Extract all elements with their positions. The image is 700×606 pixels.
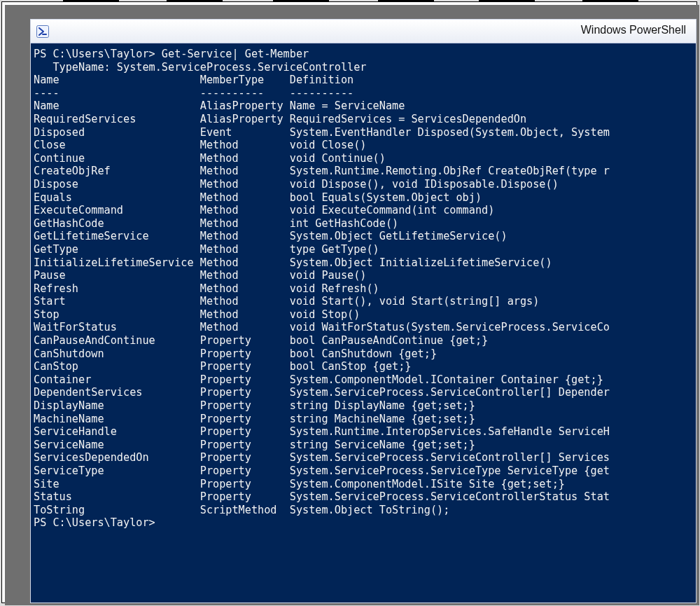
- console-line: ToString ScriptMethod System.Object ToSt…: [34, 504, 696, 517]
- console-line: ---- ---------- ----------: [34, 87, 696, 100]
- document-frame: Windows PowerShell PS C:\Users\Taylor> G…: [1, 1, 697, 603]
- titlebar[interactable]: Windows PowerShell: [31, 20, 696, 43]
- console-line: GetHashCode Method int GetHashCode(): [34, 217, 696, 230]
- console-line: CanStop Property bool CanStop {get;}: [34, 360, 696, 373]
- console-line: Disposed Event System.EventHandler Dispo…: [34, 126, 696, 139]
- console-line: Equals Method bool Equals(System.Object …: [34, 191, 696, 205]
- console-line: CreateObjRef Method System.Runtime.Remot…: [34, 165, 696, 178]
- console-line: ServiceHandle Property System.Runtime.In…: [34, 425, 696, 439]
- console-line: Refresh Method void Refresh(): [34, 282, 696, 296]
- window-title: Windows PowerShell: [581, 24, 686, 36]
- console-output[interactable]: PS C:\Users\Taylor> Get-Service| Get-Mem…: [31, 43, 696, 602]
- console-line: Site Property System.ComponentModel.ISit…: [34, 478, 696, 491]
- powershell-window: Windows PowerShell PS C:\Users\Taylor> G…: [30, 19, 696, 603]
- console-line: Dispose Method void Dispose(), void IDis…: [34, 178, 696, 191]
- console-line: ExecuteCommand Method void ExecuteComman…: [34, 204, 696, 217]
- grey-padding: Windows PowerShell PS C:\Users\Taylor> G…: [5, 5, 699, 605]
- console-line: InitializeLifetimeService Method System.…: [34, 256, 696, 270]
- console-line: GetLifetimeService Method System.Object …: [34, 230, 696, 243]
- console-line: WaitForStatus Method void WaitForStatus(…: [34, 321, 696, 334]
- console-line: Continue Method void Continue(): [34, 152, 696, 165]
- console-line: MachineName Property string MachineName …: [34, 413, 696, 426]
- console-line: ServiceType Property System.ServiceProce…: [34, 464, 696, 478]
- console-line: CanPauseAndContinue Property bool CanPau…: [34, 334, 696, 347]
- console-line: DependentServices Property System.Servic…: [34, 386, 696, 399]
- console-line: PS C:\Users\Taylor>: [34, 516, 696, 530]
- console-line: RequiredServices AliasProperty RequiredS…: [34, 113, 696, 126]
- console-line: DisplayName Property string DisplayName …: [34, 399, 696, 413]
- console-line: GetType Method type GetType(): [34, 243, 696, 256]
- console-line: ServicesDependedOn Property System.Servi…: [34, 451, 696, 464]
- console-line: TypeName: System.ServiceProcess.ServiceC…: [34, 61, 696, 74]
- console-line: Name MemberType Definition: [34, 74, 696, 87]
- console-line: Status Property System.ServiceProcess.Se…: [34, 490, 696, 504]
- console-line: Pause Method void Pause(): [34, 269, 696, 282]
- powershell-icon: [36, 25, 49, 38]
- console-line: Stop Method void Stop(): [34, 308, 696, 322]
- console-line: Start Method void Start(), void Start(st…: [34, 295, 696, 308]
- console-line: CanShutdown Property bool CanShutdown {g…: [34, 347, 696, 361]
- console-line: PS C:\Users\Taylor> Get-Service| Get-Mem…: [34, 48, 696, 61]
- console-line: Container Property System.ComponentModel…: [34, 373, 696, 387]
- console-line: ServiceName Property string ServiceName …: [34, 439, 696, 452]
- console-line: Name AliasProperty Name = ServiceName: [34, 99, 696, 113]
- console-line: Close Method void Close(): [34, 139, 696, 152]
